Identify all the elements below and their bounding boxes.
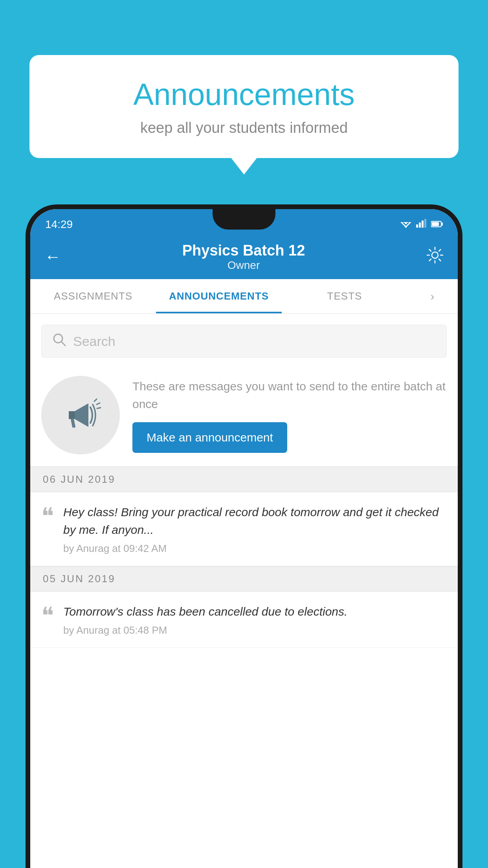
svg-rect-10 — [432, 222, 439, 226]
make-announcement-button[interactable]: Make an announcement — [132, 422, 287, 453]
date-separator-1: 06 JUN 2019 — [30, 467, 458, 492]
svg-point-11 — [432, 252, 438, 258]
search-placeholder: Search — [73, 334, 116, 349]
speech-bubble-title: Announcements — [53, 77, 435, 112]
svg-rect-7 — [424, 219, 426, 228]
signal-icon — [416, 219, 426, 230]
content-area: Search — [30, 314, 458, 648]
tab-more[interactable]: › — [407, 279, 458, 313]
phone-frame: 14:29 — [26, 204, 462, 868]
search-bar[interactable]: Search — [41, 325, 447, 358]
battery-icon — [431, 219, 443, 230]
empty-state: These are messages you want to send to t… — [30, 364, 458, 467]
tab-announcements[interactable]: ANNOUNCEMENTS — [156, 279, 282, 313]
svg-rect-9 — [441, 223, 443, 226]
announcement-item-2: ❝ Tomorrow's class has been cancelled du… — [30, 592, 458, 648]
announcement-item-1: ❝ Hey class! Bring your practical record… — [30, 492, 458, 566]
announcement-text-1: Hey class! Bring your practical record b… — [63, 503, 447, 539]
status-bar: 14:29 — [30, 209, 458, 236]
quote-icon-1: ❝ — [41, 505, 54, 555]
status-time: 14:29 — [45, 218, 73, 231]
status-icons — [400, 219, 443, 230]
back-button[interactable]: ← — [44, 247, 61, 266]
announcement-text-2: Tomorrow's class has been cancelled due … — [63, 603, 447, 620]
megaphone-icon — [59, 394, 102, 437]
notch — [213, 209, 275, 230]
speech-bubble-subtitle: keep all your students informed — [53, 120, 435, 136]
wifi-icon — [400, 219, 411, 230]
tabs-bar: ASSIGNMENTS ANNOUNCEMENTS TESTS › — [30, 279, 458, 314]
svg-rect-14 — [69, 411, 75, 419]
quote-icon-2: ❝ — [41, 604, 54, 636]
speech-bubble: Announcements keep all your students inf… — [29, 55, 459, 158]
svg-rect-4 — [416, 224, 418, 228]
empty-state-description: These are messages you want to send to t… — [132, 377, 447, 413]
tab-assignments[interactable]: ASSIGNMENTS — [30, 279, 156, 313]
header-center: Physics Batch 12 Owner — [182, 242, 305, 272]
announcement-content-1: Hey class! Bring your practical record b… — [63, 503, 447, 555]
app-header: ← Physics Batch 12 Owner — [30, 236, 458, 279]
announcement-content-2: Tomorrow's class has been cancelled due … — [63, 603, 447, 636]
svg-line-19 — [97, 408, 101, 408]
date-separator-2: 05 JUN 2019 — [30, 566, 458, 592]
search-icon — [53, 333, 66, 349]
announcement-meta-2: by Anurag at 05:48 PM — [63, 624, 447, 636]
speech-bubble-container: Announcements keep all your students inf… — [29, 55, 459, 158]
svg-line-17 — [94, 399, 97, 401]
announcement-meta-1: by Anurag at 09:42 AM — [63, 542, 447, 555]
header-title: Physics Batch 12 — [182, 242, 305, 259]
phone-screen: 14:29 — [30, 209, 458, 868]
megaphone-circle — [41, 376, 120, 454]
svg-line-18 — [97, 403, 100, 405]
empty-state-right: These are messages you want to send to t… — [132, 377, 447, 453]
svg-rect-6 — [422, 221, 424, 228]
gear-button[interactable] — [426, 246, 444, 267]
tab-tests[interactable]: TESTS — [282, 279, 407, 313]
svg-line-13 — [61, 342, 65, 346]
svg-rect-5 — [419, 223, 421, 228]
header-subtitle: Owner — [182, 259, 305, 272]
